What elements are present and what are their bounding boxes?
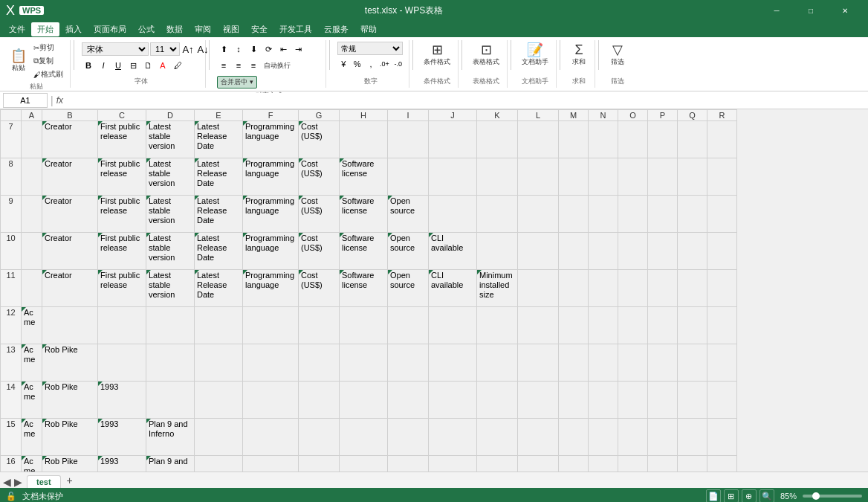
cell[interactable] bbox=[618, 233, 648, 270]
cell[interactable] bbox=[243, 344, 299, 382]
cell[interactable] bbox=[477, 344, 518, 382]
cell[interactable] bbox=[388, 344, 429, 382]
cell[interactable]: Latest stable version bbox=[146, 270, 195, 307]
col-header-r[interactable]: R bbox=[707, 110, 737, 121]
cell[interactable] bbox=[559, 196, 589, 233]
cell[interactable] bbox=[589, 196, 618, 233]
cell[interactable] bbox=[388, 419, 429, 456]
cell[interactable] bbox=[146, 307, 195, 344]
align-center-btn[interactable]: ≡ bbox=[232, 59, 245, 71]
cell[interactable] bbox=[146, 382, 195, 419]
menu-item-security[interactable]: 安全 bbox=[245, 22, 273, 36]
cell[interactable]: Acme bbox=[22, 344, 42, 382]
cell[interactable] bbox=[477, 196, 518, 233]
cell[interactable] bbox=[678, 419, 707, 456]
fill-color-button[interactable]: 🗋 bbox=[141, 59, 155, 72]
cell[interactable] bbox=[648, 307, 678, 344]
cell[interactable]: Latest Release Date bbox=[195, 196, 243, 233]
zoom-slider[interactable] bbox=[803, 495, 862, 498]
page-break-btn[interactable]: ⊕ bbox=[742, 489, 757, 502]
menu-item-pagelayout[interactable]: 页面布局 bbox=[88, 22, 132, 36]
cut-button[interactable]: ✂剪切 bbox=[31, 42, 65, 54]
cell[interactable] bbox=[678, 196, 707, 233]
cell[interactable] bbox=[707, 307, 737, 344]
cell[interactable]: Cost (US$) bbox=[299, 270, 340, 307]
formula-input[interactable] bbox=[66, 93, 865, 108]
cell[interactable] bbox=[340, 456, 388, 472]
menu-item-developer[interactable]: 开发工具 bbox=[273, 22, 318, 36]
cell[interactable] bbox=[388, 382, 429, 419]
col-header-n[interactable]: N bbox=[589, 110, 618, 121]
wrap-text-btn[interactable]: 自动换行 bbox=[262, 60, 293, 71]
cell[interactable]: Creator bbox=[42, 233, 98, 270]
cell[interactable]: Programming language bbox=[243, 270, 299, 307]
cell[interactable] bbox=[589, 270, 618, 307]
decrease-decimal-btn[interactable]: -.0 bbox=[392, 57, 404, 71]
cell[interactable] bbox=[707, 158, 737, 196]
cell[interactable] bbox=[42, 307, 98, 344]
align-middle-btn[interactable]: ↕ bbox=[232, 43, 245, 55]
cell[interactable]: Software license bbox=[340, 196, 388, 233]
cell[interactable]: Open source bbox=[388, 196, 429, 233]
cell[interactable] bbox=[299, 307, 340, 344]
cell[interactable]: Latest stable version bbox=[146, 233, 195, 270]
scroll-sheets-left[interactable]: ◀ bbox=[3, 476, 11, 488]
cell[interactable] bbox=[429, 344, 477, 382]
cell[interactable] bbox=[299, 456, 340, 472]
cell[interactable]: First public release bbox=[98, 196, 146, 233]
table-format-btn[interactable]: ⊡ 表格格式 bbox=[470, 42, 502, 68]
cell[interactable]: Cost (US$) bbox=[299, 121, 340, 158]
cell[interactable] bbox=[243, 456, 299, 472]
cell[interactable] bbox=[648, 121, 678, 158]
cell[interactable] bbox=[195, 419, 243, 456]
cell[interactable] bbox=[429, 382, 477, 419]
cell[interactable]: Open source bbox=[388, 233, 429, 270]
decrease-font-size-btn[interactable]: A↓ bbox=[196, 42, 210, 56]
menu-item-home[interactable]: 开始 bbox=[31, 22, 59, 36]
cell[interactable]: 1993 bbox=[98, 419, 146, 456]
page-layout-btn[interactable]: ⊞ bbox=[724, 489, 739, 502]
cell[interactable] bbox=[707, 382, 737, 419]
cell[interactable]: Acme bbox=[22, 382, 42, 419]
cell[interactable] bbox=[707, 196, 737, 233]
cell[interactable] bbox=[678, 307, 707, 344]
col-header-j[interactable]: J bbox=[429, 110, 477, 121]
col-header-p[interactable]: P bbox=[648, 110, 678, 121]
cell[interactable] bbox=[477, 456, 518, 472]
cell[interactable] bbox=[518, 270, 559, 307]
cell[interactable] bbox=[195, 456, 243, 472]
menu-item-formula[interactable]: 公式 bbox=[132, 22, 161, 36]
number-format-select[interactable]: 常规 bbox=[337, 42, 403, 55]
cell[interactable] bbox=[388, 158, 429, 196]
cell[interactable] bbox=[589, 344, 618, 382]
doc-helper-btn[interactable]: 📝 文档助手 bbox=[519, 42, 551, 68]
cell[interactable]: 1993 bbox=[98, 456, 146, 472]
cell[interactable] bbox=[707, 233, 737, 270]
cell[interactable] bbox=[618, 307, 648, 344]
indent-decrease-btn[interactable]: ⇤ bbox=[276, 43, 290, 55]
paste-button[interactable]: 📋 粘贴 bbox=[7, 48, 30, 74]
cell[interactable] bbox=[388, 307, 429, 344]
cell[interactable]: Rob Pike bbox=[42, 382, 98, 419]
cell[interactable] bbox=[707, 270, 737, 307]
cell[interactable] bbox=[589, 382, 618, 419]
thousands-btn[interactable]: , bbox=[365, 57, 377, 71]
cell[interactable] bbox=[518, 121, 559, 158]
cell[interactable]: First public release bbox=[98, 270, 146, 307]
grid-wrapper[interactable]: A B C D E F G H I J K L M N O bbox=[0, 109, 868, 472]
cell[interactable] bbox=[146, 344, 195, 382]
cell[interactable] bbox=[707, 121, 737, 158]
cell[interactable] bbox=[22, 270, 42, 307]
cell[interactable]: First public release bbox=[98, 121, 146, 158]
col-header-h[interactable]: H bbox=[340, 110, 388, 121]
cell[interactable] bbox=[299, 344, 340, 382]
cell[interactable]: Software license bbox=[340, 233, 388, 270]
cell[interactable] bbox=[648, 419, 678, 456]
cell[interactable] bbox=[22, 196, 42, 233]
cell[interactable] bbox=[589, 158, 618, 196]
cell[interactable] bbox=[618, 344, 648, 382]
cell[interactable] bbox=[678, 344, 707, 382]
col-header-i[interactable]: I bbox=[388, 110, 429, 121]
col-header-o[interactable]: O bbox=[618, 110, 648, 121]
cell[interactable] bbox=[340, 419, 388, 456]
